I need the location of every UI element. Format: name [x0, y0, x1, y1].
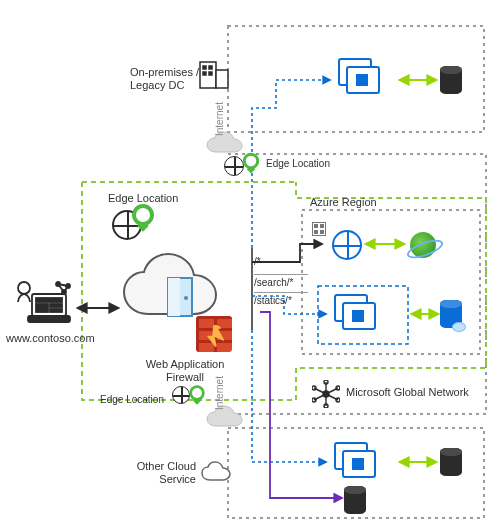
label-other-cloud: Other CloudService: [116, 460, 196, 486]
internet-cloud-icon: [204, 404, 250, 434]
svg-rect-26: [28, 316, 70, 322]
building-icon: [196, 56, 232, 92]
internet-cloud-icon: [204, 130, 250, 160]
svg-rect-4: [203, 66, 206, 69]
cloud-outline-icon: [200, 460, 236, 484]
route-search-label: /search/*: [254, 274, 308, 288]
svg-rect-3: [216, 70, 228, 88]
svg-rect-6: [203, 72, 206, 75]
vm-stack-icon: [334, 294, 378, 330]
label-internet-top: Internet: [214, 102, 226, 136]
geo-pin-icon: [132, 204, 154, 226]
route-statics-label: /statics/*: [254, 292, 308, 306]
route-root-label: /*: [254, 256, 261, 267]
label-edge-top: Edge Location: [266, 158, 330, 170]
global-network-icon: [312, 380, 340, 408]
resource-group-icon: [312, 222, 326, 236]
svg-rect-33: [36, 298, 62, 302]
arrow-route-root: [252, 244, 322, 262]
svg-point-24: [18, 282, 30, 294]
svg-rect-36: [50, 309, 62, 312]
geo-pin-icon: [189, 385, 204, 400]
svg-rect-7: [209, 72, 212, 75]
database-icon: [440, 448, 462, 476]
database-icon: [344, 486, 366, 514]
cosmos-icon: [410, 232, 436, 258]
vm-stack-icon: [334, 442, 378, 478]
database-icon: [440, 66, 462, 94]
connectors-layer: [0, 0, 500, 530]
svg-point-10: [184, 296, 188, 300]
site-url: www.contoso.com: [6, 332, 95, 345]
box-azure-region: [302, 210, 480, 354]
diagram-canvas: On-premises /Legacy DC Edge Location Int…: [0, 0, 500, 530]
svg-rect-5: [209, 66, 212, 69]
svg-rect-9: [168, 278, 180, 316]
vm-stack-icon: [338, 58, 382, 94]
svg-rect-35: [50, 304, 62, 307]
cloud-door-icon: [120, 252, 208, 310]
label-edge-bottom: Edge Location: [100, 394, 164, 406]
label-waf: Web ApplicationFirewall: [130, 358, 240, 384]
svg-rect-34: [36, 304, 48, 312]
globe-icon: [332, 230, 362, 260]
label-azure-region: Azure Region: [310, 196, 377, 209]
label-mgn: Microsoft Global Network: [346, 386, 469, 399]
client-laptop-icon: [14, 278, 70, 324]
globe-icon: [172, 386, 190, 404]
firewall-icon: [196, 316, 232, 352]
database-icon: [440, 300, 462, 328]
